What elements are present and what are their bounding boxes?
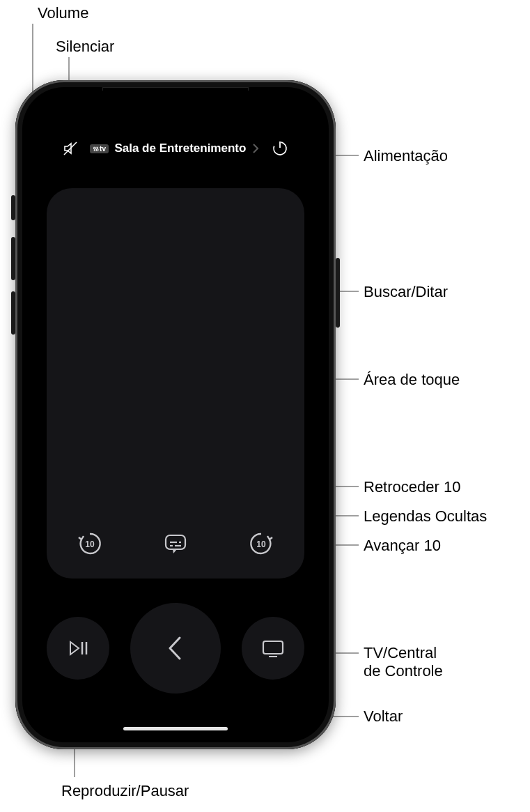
power-icon[interactable] [271,139,289,158]
callout-mute: Silenciar [56,38,114,56]
callout-touch-area: Área de toque [364,371,460,389]
forward-10-button[interactable]: 10 [244,527,278,560]
callout-rewind10: Retroceder 10 [364,478,460,496]
iphone-frame: ᯾tv Sala de Entretenimento [15,80,336,749]
home-indicator[interactable] [123,727,228,730]
hw-mute-switch [11,195,15,220]
tv-control-center-button[interactable] [242,617,304,680]
screen: ᯾tv Sala de Entretenimento [26,91,325,739]
room-name[interactable]: Sala de Entretenimento [114,141,246,155]
callout-play-pause: Reproduzir/Pausar [61,782,189,800]
svg-text:10: 10 [85,539,95,549]
callout-search-dictate: Buscar/Ditar [364,283,448,301]
callout-volume: Volume [38,4,88,22]
svg-marker-11 [70,642,79,654]
remote-topbar: ᯾tv Sala de Entretenimento [26,136,325,161]
bottom-button-row [47,599,304,697]
svg-rect-14 [263,641,283,654]
svg-marker-5 [173,549,177,553]
hw-side-button[interactable] [336,258,340,328]
chevron-right-icon [251,143,260,154]
hw-volume-down[interactable] [11,291,15,335]
callout-tv-control-center: TV/Central de Controle [364,644,489,681]
mute-icon[interactable] [62,140,79,157]
surface-button-row: 10 [47,527,304,560]
play-pause-button[interactable] [47,617,109,680]
svg-text:10: 10 [257,539,267,549]
touch-surface[interactable]: 10 [47,188,304,579]
callout-forward10: Avançar 10 [364,537,441,555]
back-button[interactable] [130,603,221,694]
callout-captions: Legendas Ocultas [364,507,487,526]
device-badge: ᯾tv [90,144,109,153]
captions-button[interactable] [159,527,192,560]
callout-power: Alimentação [364,147,448,165]
callout-back: Voltar [364,707,403,726]
hw-volume-up[interactable] [11,237,15,280]
rewind-10-button[interactable]: 10 [73,527,107,560]
